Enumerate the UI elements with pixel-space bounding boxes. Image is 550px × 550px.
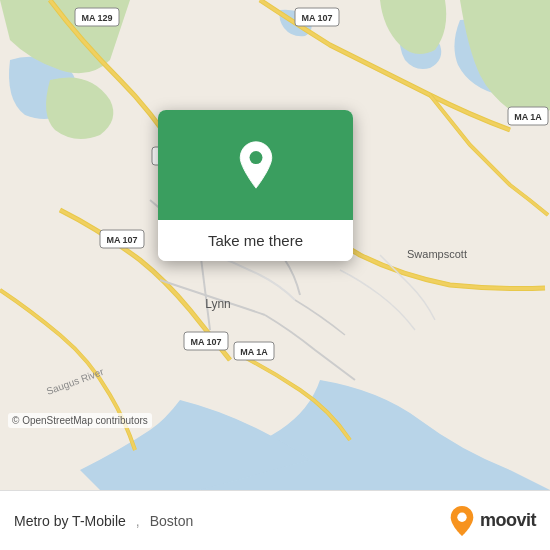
app-name: Metro by T-Mobile	[14, 513, 126, 529]
svg-point-18	[249, 151, 262, 164]
location-pin-icon	[235, 140, 277, 190]
bottom-bar: Metro by T-Mobile , Boston moovit	[0, 490, 550, 550]
moovit-text: moovit	[480, 510, 536, 531]
svg-text:MA 107: MA 107	[106, 235, 137, 245]
take-me-there-button[interactable]: Take me there	[158, 220, 353, 261]
svg-text:MA 1A: MA 1A	[240, 347, 268, 357]
svg-text:MA 107: MA 107	[190, 337, 221, 347]
city-name: Boston	[150, 513, 194, 529]
location-popup: Take me there	[158, 110, 353, 261]
map-container: MA 129 MA 107 MA 107 MA MA 107 MA 1A MA …	[0, 0, 550, 490]
separator: ,	[136, 513, 140, 529]
map-attribution: © OpenStreetMap contributors	[8, 413, 152, 428]
svg-text:MA 129: MA 129	[81, 13, 112, 23]
app-info: Metro by T-Mobile , Boston	[14, 513, 193, 529]
svg-text:MA 1A: MA 1A	[514, 112, 542, 122]
moovit-pin-icon	[448, 505, 476, 537]
popup-header	[158, 110, 353, 220]
svg-text:Lynn: Lynn	[205, 297, 231, 311]
svg-text:Swampscott: Swampscott	[407, 248, 467, 260]
svg-text:MA 107: MA 107	[301, 13, 332, 23]
moovit-logo: moovit	[448, 505, 536, 537]
svg-point-19	[457, 512, 466, 521]
